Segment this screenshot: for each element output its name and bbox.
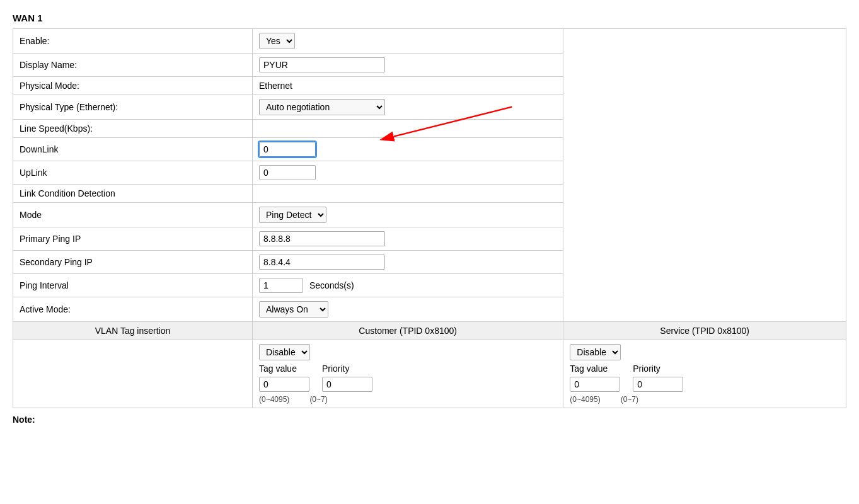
line-speed-label: Line Speed(Kbps): bbox=[13, 120, 253, 138]
link-condition-label: Link Condition Detection bbox=[13, 185, 253, 203]
uplink-value-cell bbox=[253, 161, 563, 185]
vlan-customer-mode-select[interactable]: Disable Enable bbox=[259, 344, 310, 360]
downlink-label: DownLink bbox=[13, 138, 253, 161]
enable-label: Enable: bbox=[13, 29, 253, 54]
enable-value-cell: Yes No bbox=[253, 29, 563, 54]
vlan-header-row: VLAN Tag insertion Customer (TPID 0x8100… bbox=[13, 322, 846, 340]
display-name-value-cell bbox=[253, 54, 563, 77]
primary-ping-label: Primary Ping IP bbox=[13, 227, 253, 251]
mode-label: Mode bbox=[13, 203, 253, 227]
customer-priority-input[interactable] bbox=[322, 377, 372, 392]
vlan-service-cell: Disable Enable Tag value Priority (0~409… bbox=[563, 340, 846, 408]
primary-ping-row: Primary Ping IP bbox=[13, 227, 846, 251]
downlink-arrow-container bbox=[259, 142, 316, 157]
customer-tag-input[interactable] bbox=[259, 377, 309, 392]
downlink-value-cell bbox=[253, 138, 563, 161]
mode-select[interactable]: Ping Detect Always On Off bbox=[259, 207, 326, 223]
vlan-service-tag-label-row: Tag value Priority bbox=[570, 364, 839, 374]
vlan-customer-input-row bbox=[259, 377, 556, 392]
customer-tag-value-label: Tag value bbox=[259, 364, 297, 374]
customer-priority-label: Priority bbox=[322, 364, 350, 374]
primary-ping-input[interactable] bbox=[259, 231, 385, 246]
ping-interval-row: Ping Interval Seconds(s) bbox=[13, 274, 846, 297]
downlink-input[interactable] bbox=[259, 142, 316, 157]
active-mode-row: Active Mode: Always On On Demand bbox=[13, 297, 846, 322]
vlan-customer-cell: Disable Enable Tag value Priority (0~409… bbox=[253, 340, 563, 408]
vlan-service-range-row: (0~4095) (0~7) bbox=[570, 395, 839, 404]
section-title: WAN 1 bbox=[13, 13, 846, 23]
secondary-ping-label: Secondary Ping IP bbox=[13, 251, 253, 274]
service-priority-input[interactable] bbox=[633, 377, 683, 392]
service-priority-label: Priority bbox=[633, 364, 660, 374]
ping-interval-label: Ping Interval bbox=[13, 274, 253, 297]
link-condition-value-cell bbox=[253, 185, 563, 203]
downlink-row: DownLink bbox=[13, 138, 846, 161]
line-speed-value-cell bbox=[253, 120, 563, 138]
secondary-ping-value-cell bbox=[253, 251, 563, 274]
vlan-customer-tag-label-row: Tag value Priority bbox=[259, 364, 556, 374]
physical-type-select[interactable]: Auto negotiation 10M Half 10M Full 100M … bbox=[259, 99, 385, 115]
mode-value-cell: Ping Detect Always On Off bbox=[253, 203, 563, 227]
display-name-input[interactable] bbox=[259, 57, 385, 72]
vlan-service-mode-row: Disable Enable bbox=[570, 344, 839, 360]
physical-mode-row: Physical Mode: Ethernet bbox=[13, 77, 846, 95]
service-tag-value-label: Tag value bbox=[570, 364, 608, 374]
vlan-service-col: Disable Enable Tag value Priority (0~409… bbox=[570, 344, 839, 404]
physical-mode-value: Ethernet bbox=[253, 77, 563, 95]
wan-config-table: Enable: Yes No Display Name: Physical Mo… bbox=[13, 28, 846, 408]
vlan-service-mode-select[interactable]: Disable Enable bbox=[570, 344, 621, 360]
vlan-customer-mode-row: Disable Enable bbox=[259, 344, 556, 360]
physical-mode-label: Physical Mode: bbox=[13, 77, 253, 95]
enable-select[interactable]: Yes No bbox=[259, 33, 295, 49]
customer-priority-range: (0~7) bbox=[309, 395, 327, 404]
service-tag-range: (0~4095) bbox=[570, 395, 600, 404]
line-speed-row: Line Speed(Kbps): bbox=[13, 120, 846, 138]
customer-tag-range: (0~4095) bbox=[259, 395, 289, 404]
vlan-service-input-row bbox=[570, 377, 839, 392]
vlan-customer-range-row: (0~4095) (0~7) bbox=[259, 395, 556, 404]
ping-interval-value-cell: Seconds(s) bbox=[253, 274, 563, 297]
uplink-row: UpLink bbox=[13, 161, 846, 185]
uplink-label: UpLink bbox=[13, 161, 253, 185]
service-priority-range: (0~7) bbox=[621, 395, 638, 404]
ping-interval-unit: Seconds(s) bbox=[309, 280, 354, 290]
uplink-input[interactable] bbox=[259, 165, 316, 180]
vlan-customer-col: Disable Enable Tag value Priority (0~409… bbox=[259, 344, 556, 404]
vlan-data-row: Disable Enable Tag value Priority (0~409… bbox=[13, 340, 846, 408]
vlan-label-cell bbox=[13, 340, 253, 408]
active-mode-select[interactable]: Always On On Demand bbox=[259, 301, 328, 318]
active-mode-value-cell: Always On On Demand bbox=[253, 297, 563, 322]
physical-type-label: Physical Type (Ethernet): bbox=[13, 95, 253, 120]
vlan-customer-header: Customer (TPID 0x8100) bbox=[253, 322, 563, 340]
vlan-tag-insertion-header: VLAN Tag insertion bbox=[13, 322, 253, 340]
secondary-ping-input[interactable] bbox=[259, 255, 385, 270]
secondary-ping-row: Secondary Ping IP bbox=[13, 251, 846, 274]
link-condition-row: Link Condition Detection bbox=[13, 185, 846, 203]
display-name-row: Display Name: bbox=[13, 54, 846, 77]
ping-interval-input[interactable] bbox=[259, 278, 303, 293]
primary-ping-value-cell bbox=[253, 227, 563, 251]
mode-row: Mode Ping Detect Always On Off bbox=[13, 203, 846, 227]
active-mode-label: Active Mode: bbox=[13, 297, 253, 322]
display-name-label: Display Name: bbox=[13, 54, 253, 77]
vlan-service-header: Service (TPID 0x8100) bbox=[563, 322, 846, 340]
enable-row: Enable: Yes No bbox=[13, 29, 846, 54]
service-tag-input[interactable] bbox=[570, 377, 620, 392]
physical-type-row: Physical Type (Ethernet): Auto negotiati… bbox=[13, 95, 846, 120]
note-label: Note: bbox=[13, 415, 846, 425]
physical-type-value-cell: Auto negotiation 10M Half 10M Full 100M … bbox=[253, 95, 563, 120]
